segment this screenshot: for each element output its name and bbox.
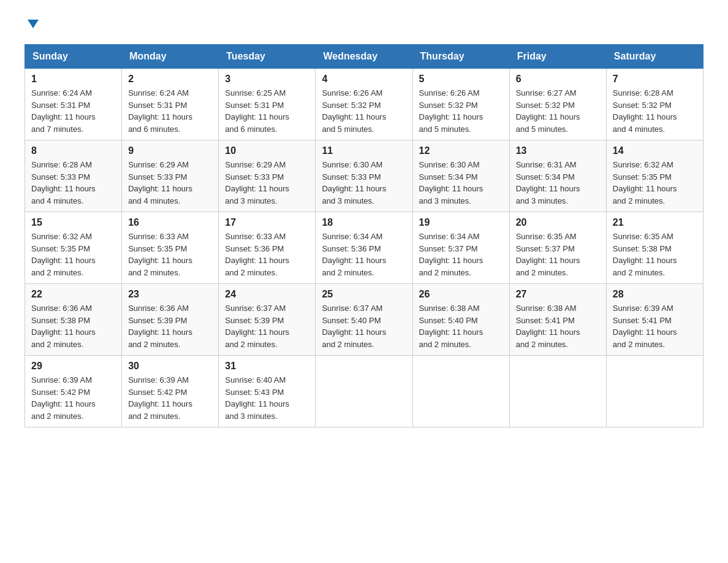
day-number: 23 [128,289,212,300]
calendar-cell: 17Sunrise: 6:33 AMSunset: 5:36 PMDayligh… [219,212,316,284]
day-number: 22 [31,289,115,300]
day-number: 8 [31,145,115,156]
calendar-cell: 6Sunrise: 6:27 AMSunset: 5:32 PMDaylight… [509,69,606,140]
day-details: Sunrise: 6:37 AMSunset: 5:40 PMDaylight:… [322,302,406,350]
day-number: 18 [322,217,406,228]
calendar-cell: 25Sunrise: 6:37 AMSunset: 5:40 PMDayligh… [316,284,412,356]
day-number: 2 [128,74,212,85]
day-number: 16 [128,217,212,228]
day-details: Sunrise: 6:24 AMSunset: 5:31 PMDaylight:… [128,87,212,135]
calendar-cell: 3Sunrise: 6:25 AMSunset: 5:31 PMDaylight… [219,69,316,140]
day-details: Sunrise: 6:26 AMSunset: 5:32 PMDaylight:… [419,87,503,135]
calendar-cell: 16Sunrise: 6:33 AMSunset: 5:35 PMDayligh… [122,212,219,284]
page-header [25,18,703,32]
day-number: 17 [225,217,309,228]
calendar-week-row: 22Sunrise: 6:36 AMSunset: 5:38 PMDayligh… [25,284,703,356]
column-header-wednesday: Wednesday [316,45,412,69]
day-details: Sunrise: 6:29 AMSunset: 5:33 PMDaylight:… [128,159,212,207]
calendar-cell: 23Sunrise: 6:36 AMSunset: 5:39 PMDayligh… [122,284,219,356]
day-number: 1 [31,74,115,85]
calendar-cell: 13Sunrise: 6:31 AMSunset: 5:34 PMDayligh… [509,140,606,212]
day-number: 14 [613,145,697,156]
day-number: 27 [516,289,600,300]
calendar-cell: 12Sunrise: 6:30 AMSunset: 5:34 PMDayligh… [412,140,509,212]
day-details: Sunrise: 6:31 AMSunset: 5:34 PMDaylight:… [516,159,600,207]
calendar-cell: 4Sunrise: 6:26 AMSunset: 5:32 PMDaylight… [316,69,412,140]
calendar-cell: 19Sunrise: 6:34 AMSunset: 5:37 PMDayligh… [412,212,509,284]
calendar-cell: 10Sunrise: 6:29 AMSunset: 5:33 PMDayligh… [219,140,316,212]
day-details: Sunrise: 6:37 AMSunset: 5:39 PMDaylight:… [225,302,309,350]
day-number: 7 [613,74,697,85]
day-number: 20 [516,217,600,228]
day-details: Sunrise: 6:32 AMSunset: 5:35 PMDaylight:… [613,159,697,207]
day-details: Sunrise: 6:33 AMSunset: 5:35 PMDaylight:… [128,231,212,278]
day-details: Sunrise: 6:39 AMSunset: 5:42 PMDaylight:… [128,374,212,422]
calendar-table: SundayMondayTuesdayWednesdayThursdayFrid… [25,44,703,427]
day-number: 5 [419,74,503,85]
day-details: Sunrise: 6:39 AMSunset: 5:41 PMDaylight:… [613,302,697,350]
day-details: Sunrise: 6:36 AMSunset: 5:38 PMDaylight:… [31,302,115,350]
calendar-cell: 14Sunrise: 6:32 AMSunset: 5:35 PMDayligh… [606,140,703,212]
calendar-cell: 5Sunrise: 6:26 AMSunset: 5:32 PMDaylight… [412,69,509,140]
day-number: 13 [516,145,600,156]
day-details: Sunrise: 6:25 AMSunset: 5:31 PMDaylight:… [225,87,309,135]
day-details: Sunrise: 6:39 AMSunset: 5:42 PMDaylight:… [31,374,115,422]
calendar-cell: 11Sunrise: 6:30 AMSunset: 5:33 PMDayligh… [316,140,412,212]
calendar-cell: 22Sunrise: 6:36 AMSunset: 5:38 PMDayligh… [25,284,122,356]
calendar-cell: 8Sunrise: 6:28 AMSunset: 5:33 PMDaylight… [25,140,122,212]
calendar-cell: 7Sunrise: 6:28 AMSunset: 5:32 PMDaylight… [606,69,703,140]
calendar-cell [412,356,509,427]
logo-arrow-icon [26,17,40,33]
calendar-cell: 24Sunrise: 6:37 AMSunset: 5:39 PMDayligh… [219,284,316,356]
calendar-cell: 26Sunrise: 6:38 AMSunset: 5:40 PMDayligh… [412,284,509,356]
day-number: 28 [613,289,697,300]
day-number: 15 [31,217,115,228]
day-details: Sunrise: 6:26 AMSunset: 5:32 PMDaylight:… [322,87,406,135]
day-details: Sunrise: 6:29 AMSunset: 5:33 PMDaylight:… [225,159,309,207]
day-number: 21 [613,217,697,228]
calendar-cell [316,356,412,427]
column-header-sunday: Sunday [25,45,122,69]
calendar-week-row: 29Sunrise: 6:39 AMSunset: 5:42 PMDayligh… [25,356,703,427]
day-details: Sunrise: 6:28 AMSunset: 5:32 PMDaylight:… [613,87,697,135]
day-number: 25 [322,289,406,300]
day-number: 31 [225,361,309,372]
day-number: 29 [31,361,115,372]
day-details: Sunrise: 6:35 AMSunset: 5:38 PMDaylight:… [613,231,697,278]
column-header-tuesday: Tuesday [219,45,316,69]
calendar-cell: 31Sunrise: 6:40 AMSunset: 5:43 PMDayligh… [219,356,316,427]
logo [25,18,40,32]
calendar-cell [509,356,606,427]
day-number: 24 [225,289,309,300]
calendar-cell: 30Sunrise: 6:39 AMSunset: 5:42 PMDayligh… [122,356,219,427]
calendar-cell: 27Sunrise: 6:38 AMSunset: 5:41 PMDayligh… [509,284,606,356]
calendar-cell: 28Sunrise: 6:39 AMSunset: 5:41 PMDayligh… [606,284,703,356]
calendar-cell: 15Sunrise: 6:32 AMSunset: 5:35 PMDayligh… [25,212,122,284]
day-details: Sunrise: 6:33 AMSunset: 5:36 PMDaylight:… [225,231,309,278]
column-header-saturday: Saturday [606,45,703,69]
calendar-cell: 20Sunrise: 6:35 AMSunset: 5:37 PMDayligh… [509,212,606,284]
day-number: 12 [419,145,503,156]
day-number: 26 [419,289,503,300]
day-number: 19 [419,217,503,228]
day-number: 4 [322,74,406,85]
calendar-cell: 21Sunrise: 6:35 AMSunset: 5:38 PMDayligh… [606,212,703,284]
day-details: Sunrise: 6:38 AMSunset: 5:41 PMDaylight:… [516,302,600,350]
calendar-cell [606,356,703,427]
day-details: Sunrise: 6:24 AMSunset: 5:31 PMDaylight:… [31,87,115,135]
calendar-cell: 2Sunrise: 6:24 AMSunset: 5:31 PMDaylight… [122,69,219,140]
day-details: Sunrise: 6:30 AMSunset: 5:34 PMDaylight:… [419,159,503,207]
day-details: Sunrise: 6:34 AMSunset: 5:36 PMDaylight:… [322,231,406,278]
day-details: Sunrise: 6:35 AMSunset: 5:37 PMDaylight:… [516,231,600,278]
day-number: 10 [225,145,309,156]
calendar-cell: 29Sunrise: 6:39 AMSunset: 5:42 PMDayligh… [25,356,122,427]
column-header-monday: Monday [122,45,219,69]
day-details: Sunrise: 6:30 AMSunset: 5:33 PMDaylight:… [322,159,406,207]
day-number: 11 [322,145,406,156]
day-number: 30 [128,361,212,372]
calendar-week-row: 1Sunrise: 6:24 AMSunset: 5:31 PMDaylight… [25,69,703,140]
calendar-week-row: 8Sunrise: 6:28 AMSunset: 5:33 PMDaylight… [25,140,703,212]
column-header-friday: Friday [509,45,606,69]
day-details: Sunrise: 6:28 AMSunset: 5:33 PMDaylight:… [31,159,115,207]
day-number: 3 [225,74,309,85]
